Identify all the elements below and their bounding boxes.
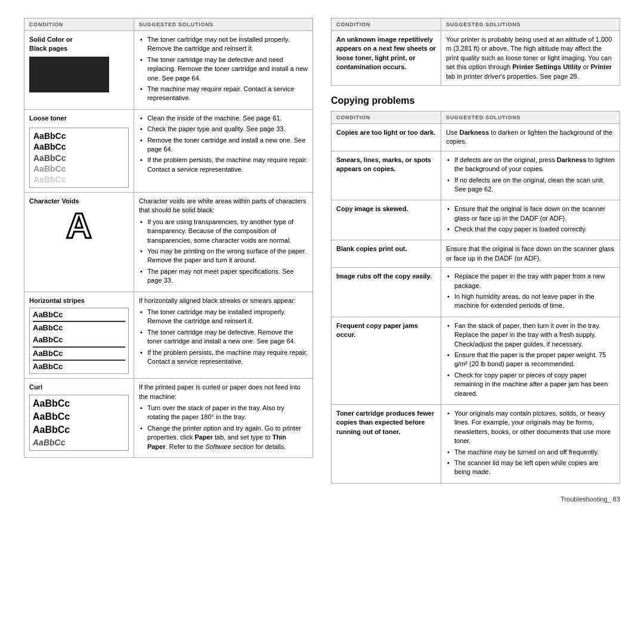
solution-unknown-image: Your printer is probably being used at a… [441,31,620,86]
loose-toner-sample: AaBbCc AaBbCc AaBbCc AaBbCc AaBbCc [29,128,129,188]
char-void-letter: A [66,208,92,244]
list-item: If you are using transparencies, try ano… [139,218,308,245]
solution-list: The toner cartridge may not be installed… [139,35,308,103]
table-row: Blank copies print out. Ensure that the … [332,240,620,268]
right-column: Condition Suggested Solutions An unknown… [331,18,620,484]
sample-line: AaBbCc [33,141,125,152]
list-item: The scanner lid may be left open while c… [446,459,615,477]
solution-list: If you are using transparencies, try ano… [139,218,308,286]
table-row: Smears, lines, marks, or spots appears o… [332,151,620,200]
list-item: Fan the stack of paper, then turn it ove… [446,321,615,349]
table-row: Loose toner AaBbCc AaBbCc AaBbCc AaBbCc … [24,109,313,192]
solution-solid-color: The toner cartridge may not be installed… [134,31,312,110]
list-item: Turn over the stack of paper in the tray… [139,404,308,422]
condition-label: Smears, lines, marks, or spots appears o… [336,156,431,172]
list-item: The toner cartridge may not be installed… [139,35,308,54]
bold-text: Darkness [557,156,587,163]
solution-toner-cartridge: Your originals may contain pictures, sol… [441,404,620,483]
list-item: The toner cartridge may be installed imp… [139,308,308,326]
condition-label: Toner cartridge produces fewer copies th… [336,410,434,435]
condition-label: Loose toner [29,114,129,123]
table-row: Horizontal stripes AaBbCc AaBbCc AaBbCc … [24,292,313,379]
condition-label: Character Voids [29,197,129,206]
condition-label: Blank copies print out. [336,245,407,252]
solution-list: Ensure that the original is face down on… [446,205,615,234]
left-condition-header: Condition [24,18,134,31]
solution-blank-copies: Ensure that the original is face down on… [441,240,620,268]
condition-frequent-jams: Frequent copy paper jams occur. [332,317,441,404]
solution-char-voids: Character voids are white areas within p… [134,193,312,292]
condition-too-light: Copies are too light or too dark. [332,123,441,151]
condition-unknown-image: An unknown image repetitively appears on… [332,31,441,86]
list-item: Check for copy paper or pieces of copy p… [446,371,615,398]
footer-text: Troubleshooting_ 83 [561,496,620,503]
sample-line: AaBbCc [33,163,125,174]
list-item: Replace the paper in the tray with paper… [446,272,615,290]
condition-label: Copy image is skewed. [336,205,408,212]
curl-sample-line: AaBbCc [33,397,125,410]
stripe-sample-line: AaBbCc [33,310,125,322]
solution-list: The toner cartridge may be installed imp… [139,308,308,366]
table-row: Character Voids A Character voids are wh… [24,193,313,292]
solution-smears: If defects are on the original, press Da… [441,151,620,200]
table-row: Image rubs off the copy easily. Replace … [332,268,620,317]
table-row: Copies are too light or too dark. Use Da… [332,123,620,151]
list-item: Check the paper type and quality. See pa… [139,125,308,134]
condition-label: Copies are too light or too dark. [336,129,435,136]
list-item: You may be printing on the wrong surface… [139,247,308,265]
list-item: The toner cartridge may be defective. Re… [139,328,308,346]
sample-line: AaBbCc [33,153,125,163]
condition-curl: Curl AaBbCc AaBbCc AaBbCc AaBbCc [24,379,134,458]
list-item: If no defects are on the original, clean… [446,176,615,194]
stripe-sample-line: AaBbCc [33,349,125,361]
stripe-sample-line: AaBbCc [33,335,125,347]
solution-list: Fan the stack of paper, then turn it ove… [446,321,615,398]
solution-list: Turn over the stack of paper in the tray… [139,404,308,451]
condition-loose-toner: Loose toner AaBbCc AaBbCc AaBbCc AaBbCc … [24,109,134,192]
page-layout: Condition Suggested Solutions Solid Colo… [24,18,620,484]
right-top-table: Condition Suggested Solutions An unknown… [331,18,620,86]
solution-curl: If the printed paper is curled or paper … [134,379,312,458]
table-row: Toner cartridge produces fewer copies th… [332,404,620,483]
curl-sample-line: AaBbCc [33,410,125,423]
list-item: Clean the inside of the machine. See pag… [139,114,308,123]
condition-label: Frequent copy paper jams occur. [336,322,418,338]
solid-black-image [29,57,109,92]
condition-char-voids: Character Voids A [24,193,134,292]
bold-text: Printer Settings Utility [512,63,581,70]
solution-skewed: Ensure that the original is face down on… [441,200,620,240]
stripe-sample-line: AaBbCc [33,362,125,371]
solution-hstripes: If horizontally aligned black streaks or… [134,292,312,379]
sample-line: AaBbCc [33,131,125,141]
curl-sample: AaBbCc AaBbCc AaBbCc AaBbCc [29,395,129,451]
condition-hstripes: Horizontal stripes AaBbCc AaBbCc AaBbCc … [24,292,134,379]
solution-image-rubs: Replace the paper in the tray with paper… [441,268,620,317]
table-row: Frequent copy paper jams occur. Fan the … [332,317,620,404]
list-item: The machine may be turned on and off fre… [446,448,615,457]
copying-problems-title: Copying problems [331,95,620,106]
list-item: Check that the copy paper is loaded corr… [446,225,615,234]
sample-line: AaBbCc [33,174,125,185]
copying-problems-table: Condition Suggested Solutions Copies are… [331,111,620,484]
condition-label: Horizontal stripes [29,296,129,305]
copy-condition-header: Condition [332,111,441,123]
curl-sample-line: AaBbCc [32,424,125,437]
list-item: Remove the toner cartridge and install a… [139,136,308,154]
page-footer: Troubleshooting_ 83 [24,496,620,503]
solution-intro: If the printed paper is curled or paper … [139,383,301,400]
list-item: The paper may not meet paper specificati… [139,267,308,286]
right-solutions-header: Suggested Solutions [441,18,620,31]
solution-list: If defects are on the original, press Da… [446,156,615,194]
condition-label: Solid Color orBlack pages [29,35,129,54]
condition-label: Curl [29,383,129,392]
left-column: Condition Suggested Solutions Solid Colo… [24,18,313,484]
italic-text: Software section [205,443,253,450]
solution-list: Clean the inside of the machine. See pag… [139,114,308,174]
condition-image-rubs: Image rubs off the copy easily. [332,268,441,317]
list-item: Your originals may contain pictures, sol… [446,409,615,446]
left-table: Condition Suggested Solutions Solid Colo… [24,18,313,458]
hstripes-image: AaBbCc AaBbCc AaBbCc AaBbCc AaBbCc [29,308,129,374]
bold-text: Darkness [460,129,490,136]
solution-loose-toner: Clean the inside of the machine. See pag… [134,109,312,192]
list-item: If the problem persists, the machine may… [139,348,308,367]
